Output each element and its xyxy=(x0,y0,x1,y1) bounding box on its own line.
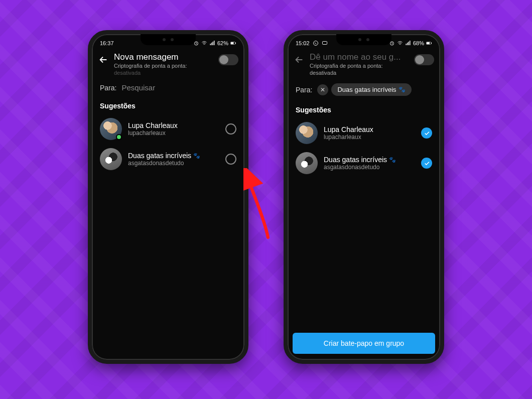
phone-notch xyxy=(141,34,196,45)
encryption-toggle[interactable] xyxy=(218,54,238,65)
signal-icon xyxy=(405,40,411,46)
contact-username: asgatasdonasdetudo xyxy=(128,160,219,167)
header-subtitle-2: desativada xyxy=(310,70,409,76)
header-subtitle-1: Criptografia de ponta a ponta: xyxy=(114,63,213,69)
svg-rect-1 xyxy=(210,44,211,45)
back-icon[interactable] xyxy=(294,54,305,65)
contact-name: Lupa Charleaux xyxy=(324,125,415,134)
whatsapp-icon xyxy=(313,40,319,46)
status-right: 62% xyxy=(193,40,236,46)
selected-check-icon[interactable] xyxy=(421,158,432,169)
battery-icon xyxy=(230,40,236,46)
phone-notch xyxy=(336,34,391,45)
select-radio[interactable] xyxy=(225,154,236,165)
paw-icon: 🐾 xyxy=(389,157,396,163)
chip-row: ✕ Duas gatas incríveis 🐾 xyxy=(317,83,432,96)
header: Dê um nome ao seu g... Criptografia de p… xyxy=(288,48,440,76)
svg-rect-8 xyxy=(223,59,225,61)
selected-check-icon[interactable] xyxy=(421,127,432,139)
paw-icon: 🐾 xyxy=(398,86,406,93)
header: Nova mensagem Criptografia de ponta a po… xyxy=(92,48,244,76)
header-text: Dê um nome ao seu g... Criptografia de p… xyxy=(310,52,409,76)
contact-name: Duas gatas incríveis 🐾 xyxy=(324,156,415,164)
contact-name: Duas gatas incríveis 🐾 xyxy=(128,152,219,160)
contact-name: Lupa Charleaux xyxy=(128,121,219,129)
lock-icon xyxy=(221,57,226,62)
svg-rect-19 xyxy=(419,59,421,61)
svg-rect-18 xyxy=(431,43,432,44)
contact-username: lupacharleaux xyxy=(324,134,415,141)
contact-text: Duas gatas incríveis 🐾 asgatasdonasdetud… xyxy=(324,156,415,171)
svg-rect-7 xyxy=(235,43,236,44)
online-dot xyxy=(116,134,122,140)
suggestions-heading: Sugestões xyxy=(288,99,440,118)
battery-icon xyxy=(426,40,432,46)
back-icon[interactable] xyxy=(98,54,109,65)
create-group-button[interactable]: Criar bate-papo em grupo xyxy=(293,333,435,354)
contact-username: asgatasdonasdetudo xyxy=(324,164,415,171)
status-right: 68% xyxy=(389,40,432,46)
avatar xyxy=(296,122,318,144)
wifi-icon xyxy=(201,40,207,46)
contact-row[interactable]: Duas gatas incríveis 🐾 asgatasdonasdetud… xyxy=(92,144,244,174)
recipient-chip[interactable]: Duas gatas incríveis 🐾 xyxy=(331,83,411,96)
status-battery: 62% xyxy=(217,40,228,46)
avatar xyxy=(100,118,122,140)
header-subtitle-1: Criptografia de ponta a ponta: xyxy=(310,63,409,69)
message-icon xyxy=(322,40,328,46)
paw-icon: 🐾 xyxy=(193,153,200,159)
status-time: 16:37 xyxy=(100,40,114,46)
search-input[interactable] xyxy=(121,83,236,92)
phone-pair: 16:37 62% Nova mensagem Criptografia de … xyxy=(0,0,532,364)
svg-rect-2 xyxy=(211,43,212,45)
status-battery: 68% xyxy=(413,40,424,46)
contact-row[interactable]: Lupa Charleaux lupacharleaux xyxy=(92,114,244,144)
phone-left: 16:37 62% Nova mensagem Criptografia de … xyxy=(88,30,248,364)
contact-username: lupacharleaux xyxy=(128,129,219,137)
recipient-label: Para: xyxy=(100,84,116,92)
encryption-toggle[interactable] xyxy=(414,54,434,65)
wifi-icon xyxy=(397,40,403,46)
header-text: Nova mensagem Criptografia de ponta a po… xyxy=(114,52,213,76)
contact-text: Lupa Charleaux lupacharleaux xyxy=(128,121,219,137)
select-radio[interactable] xyxy=(225,123,236,135)
svg-rect-10 xyxy=(322,42,327,45)
contact-text: Lupa Charleaux lupacharleaux xyxy=(324,125,415,141)
recipient-label: Para: xyxy=(296,86,312,94)
remove-chip-icon[interactable]: ✕ xyxy=(317,84,328,95)
svg-point-9 xyxy=(313,41,318,46)
svg-rect-12 xyxy=(406,44,407,45)
svg-rect-13 xyxy=(407,43,408,45)
svg-rect-14 xyxy=(408,42,409,45)
header-subtitle-2: desativada xyxy=(114,70,213,76)
recipient-row: Para: ✕ Duas gatas incríveis 🐾 xyxy=(288,76,440,99)
page-title: Dê um nome ao seu g... xyxy=(310,52,409,62)
contact-row[interactable]: Lupa Charleaux lupacharleaux xyxy=(288,118,440,148)
recipient-row: Para: xyxy=(92,76,244,95)
page-title: Nova mensagem xyxy=(114,52,213,62)
svg-rect-15 xyxy=(410,41,411,45)
lock-icon xyxy=(417,57,422,62)
svg-rect-6 xyxy=(231,42,234,44)
chip-label: Duas gatas incríveis xyxy=(337,86,396,93)
svg-rect-3 xyxy=(212,42,213,45)
screen-left: 16:37 62% Nova mensagem Criptografia de … xyxy=(92,34,244,360)
contact-text: Duas gatas incríveis 🐾 asgatasdonasdetud… xyxy=(128,152,219,167)
signal-icon xyxy=(209,40,215,46)
svg-rect-4 xyxy=(214,41,215,45)
avatar xyxy=(296,152,318,174)
status-time: 15:02 xyxy=(296,40,310,46)
contact-row[interactable]: Duas gatas incríveis 🐾 asgatasdonasdetud… xyxy=(288,148,440,178)
suggestions-heading: Sugestões xyxy=(92,95,244,114)
phone-right: 15:02 68% Dê um nome ao seu g... Criptog… xyxy=(284,30,444,364)
avatar xyxy=(100,148,122,170)
svg-rect-17 xyxy=(427,42,430,44)
screen-right: 15:02 68% Dê um nome ao seu g... Criptog… xyxy=(288,34,440,360)
